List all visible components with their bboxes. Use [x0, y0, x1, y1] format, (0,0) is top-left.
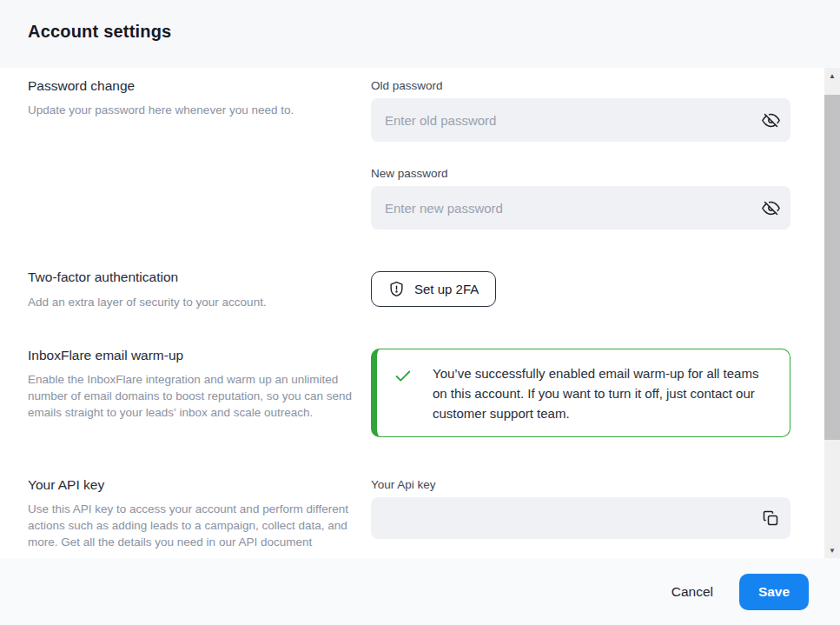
api-key-field-label: Your Api key	[371, 478, 436, 491]
new-password-input[interactable]	[371, 186, 751, 229]
new-password-label: New password	[371, 167, 448, 180]
modal-header: Account settings	[0, 0, 840, 68]
modal-footer: Cancel Save	[0, 558, 840, 625]
password-section-title: Password change	[28, 78, 135, 94]
setup-2fa-button[interactable]: Set up 2FA	[371, 271, 496, 307]
password-section-description: Update your password here whenever you n…	[28, 102, 358, 118]
scrollbar-down-arrow[interactable]: ▼	[824, 542, 840, 558]
api-key-section-description: Use this API key to access your account …	[28, 501, 356, 550]
toggle-old-password-visibility-button[interactable]	[751, 98, 790, 142]
warmup-section-title: InboxFlare email warm-up	[28, 348, 183, 363]
eye-off-icon	[762, 111, 780, 130]
scrollbar-thumb[interactable]	[824, 95, 840, 440]
warmup-success-alert: You’ve successfully enabled email warm-u…	[371, 349, 790, 437]
scrollbar-up-arrow[interactable]: ▲	[824, 68, 840, 83]
copy-icon	[762, 509, 779, 527]
api-key-field-wrap	[371, 497, 790, 539]
old-password-label: Old password	[371, 79, 443, 92]
api-key-section-title: Your API key	[28, 477, 104, 493]
page-title: Account settings	[28, 22, 171, 42]
save-button[interactable]: Save	[739, 574, 809, 610]
two-factor-section-title: Two-factor authentication	[28, 269, 178, 285]
cancel-button[interactable]: Cancel	[671, 584, 713, 600]
shield-alert-icon	[388, 281, 405, 297]
scrollbar[interactable]: ▲ ▼	[824, 68, 840, 558]
check-icon	[394, 367, 413, 386]
new-password-field-wrap	[371, 186, 790, 229]
api-key-input[interactable]	[371, 497, 751, 539]
toggle-new-password-visibility-button[interactable]	[751, 186, 790, 229]
warmup-success-alert-text: You’ve successfully enabled email warm-u…	[433, 364, 773, 423]
old-password-input[interactable]	[371, 98, 751, 142]
eye-off-icon	[762, 199, 780, 217]
account-settings-modal: Account settings Password change Update …	[0, 0, 840, 625]
warmup-section-description: Enable the InboxFlare integration and wa…	[28, 371, 354, 421]
setup-2fa-button-label: Set up 2FA	[414, 282, 479, 296]
two-factor-section-description: Add an extra layer of security to your a…	[28, 294, 358, 310]
old-password-field-wrap	[371, 98, 790, 142]
copy-api-key-button[interactable]	[751, 497, 790, 539]
